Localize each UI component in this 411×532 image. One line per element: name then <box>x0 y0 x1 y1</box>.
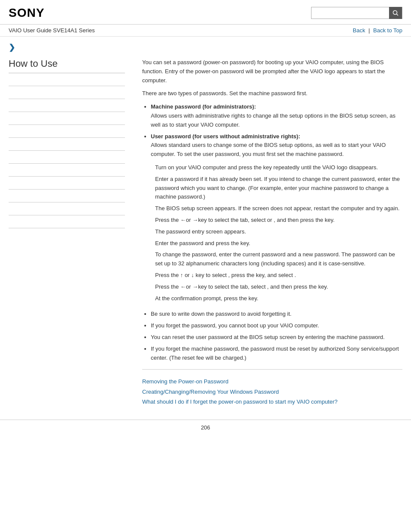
breadcrumb-area: ❯ <box>0 37 411 54</box>
section-divider <box>142 369 402 370</box>
back-to-top-link[interactable]: Back to Top <box>373 27 402 34</box>
step-8: At the confirmation prompt, press the ke… <box>155 294 402 303</box>
step-5b: To change the password, enter the curren… <box>155 250 402 268</box>
search-input[interactable] <box>311 7 389 19</box>
svg-line-1 <box>397 14 399 16</box>
svg-point-0 <box>393 11 397 15</box>
steps-block: Turn on your VAIO computer and press the… <box>155 163 402 303</box>
related-link-1[interactable]: Removing the Power-on Password <box>142 376 402 386</box>
search-box[interactable] <box>311 7 402 19</box>
note-3: You can reset the user password at the B… <box>151 333 402 342</box>
sidebar: How to Use <box>9 58 134 407</box>
note-4: If you forget the machine password, the … <box>151 345 402 363</box>
step-7: Press the ←or →key to select the tab, se… <box>155 283 402 292</box>
nav-separator: | <box>368 27 370 34</box>
step-2: Enter a password if it has already been … <box>155 175 402 202</box>
list-item[interactable] <box>9 151 125 164</box>
list-item[interactable] <box>9 164 125 177</box>
machine-password-title: Machine password (for administrators): <box>151 103 256 110</box>
note-2: If you forget the password, you cannot b… <box>151 321 402 330</box>
list-item[interactable] <box>9 73 125 86</box>
step-6: Press the ↑ or ↓ key to select , press t… <box>155 271 402 280</box>
sidebar-items <box>9 73 125 228</box>
user-password-title: User password (for users without adminis… <box>151 133 300 140</box>
list-item[interactable] <box>9 86 125 99</box>
step-5: Enter the password and press the key. <box>155 239 402 248</box>
content-area: You can set a password (power-on passwor… <box>134 58 402 407</box>
back-link[interactable]: Back <box>353 27 365 34</box>
related-link-2[interactable]: Creating/Changing/Removing Your Windows … <box>142 387 402 397</box>
step-4b: The password entry screen appears. <box>155 227 402 236</box>
list-item[interactable] <box>9 99 125 112</box>
related-links: Removing the Power-on Password Creating/… <box>142 376 402 407</box>
guide-title: VAIO User Guide SVE14A1 Series <box>9 27 95 34</box>
intro-paragraph-1: You can set a password (power-on passwor… <box>142 58 402 85</box>
step-1: Turn on your VAIO computer and press the… <box>155 163 402 172</box>
related-link-3[interactable]: What should I do if I forget the power-o… <box>142 397 402 407</box>
note-1: Be sure to write down the password to av… <box>151 310 402 319</box>
breadcrumb-arrow: ❯ <box>9 43 15 52</box>
sidebar-title: How to Use <box>9 58 125 73</box>
page-number: 206 <box>201 424 210 431</box>
notes-list: Be sure to write down the password to av… <box>151 310 402 362</box>
user-password-item: User password (for users without adminis… <box>151 132 402 159</box>
list-item[interactable] <box>9 215 125 228</box>
list-item[interactable] <box>9 112 125 125</box>
list-item[interactable] <box>9 125 125 138</box>
page-footer: 206 <box>0 420 411 435</box>
intro-paragraph-2: There are two types of passwords. Set th… <box>142 89 402 98</box>
search-button[interactable] <box>389 7 402 19</box>
nav-bar: VAIO User Guide SVE14A1 Series Back | Ba… <box>0 25 411 37</box>
list-item[interactable] <box>9 177 125 190</box>
step-4: Press the ←or →key to select the tab, se… <box>155 216 402 225</box>
main-content: How to Use You can set a password (power… <box>0 54 411 415</box>
header: SONY <box>0 0 411 25</box>
step-3: The BIOS setup screen appears. If the sc… <box>155 204 402 213</box>
list-item[interactable] <box>9 190 125 202</box>
search-icon <box>392 10 399 16</box>
nav-links: Back | Back to Top <box>353 27 402 34</box>
machine-password-body: Allows users with administrative rights … <box>151 112 395 128</box>
machine-password-item: Machine password (for administrators): A… <box>151 103 402 129</box>
sony-logo: SONY <box>9 6 44 20</box>
user-password-body: Allows standard users to change some of … <box>151 142 386 157</box>
list-item[interactable] <box>9 202 125 215</box>
list-item[interactable] <box>9 138 125 151</box>
password-types-list: Machine password (for administrators): A… <box>151 103 402 159</box>
